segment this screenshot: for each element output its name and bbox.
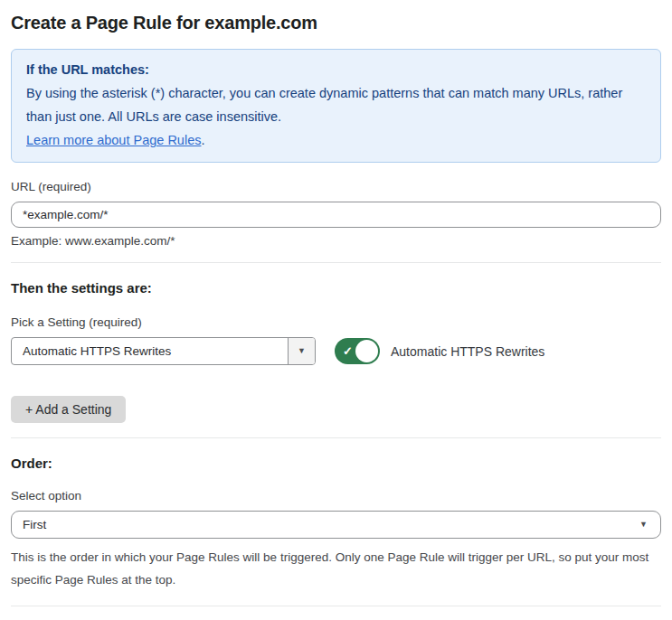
divider: [11, 606, 661, 606]
setting-toggle[interactable]: ✓: [335, 338, 380, 364]
url-example-helper: Example: www.example.com/*: [11, 234, 661, 248]
url-input[interactable]: [11, 202, 661, 228]
toggle-knob: [355, 340, 378, 362]
info-box-link-line: Learn more about Page Rules.: [26, 128, 646, 152]
setting-toggle-label: Automatic HTTPS Rewrites: [391, 344, 544, 359]
url-label: URL (required): [11, 180, 661, 193]
order-select[interactable]: First ▼: [11, 511, 661, 539]
setting-row: Automatic HTTPS Rewrites ▼ ✓ Automatic H…: [11, 337, 661, 365]
chevron-down-icon: ▼: [639, 521, 648, 529]
divider: [11, 437, 661, 438]
create-page-rule-form: Create a Page Rule for example.com If th…: [0, 13, 672, 620]
info-box-body: By using the asterisk (*) character, you…: [26, 81, 646, 128]
pick-setting-label: Pick a Setting (required): [11, 315, 661, 329]
order-section-heading: Order:: [11, 456, 661, 471]
url-match-info-box: If the URL matches: By using the asteris…: [11, 49, 661, 163]
settings-section-heading: Then the settings are:: [11, 280, 661, 296]
setting-select-value: Automatic HTTPS Rewrites: [12, 344, 288, 358]
page-title: Create a Page Rule for example.com: [11, 13, 661, 33]
setting-select[interactable]: Automatic HTTPS Rewrites ▼: [11, 337, 316, 365]
order-select-value: First: [23, 518, 46, 531]
info-box-heading: If the URL matches:: [26, 58, 646, 81]
order-help-text: This is the order in which your Page Rul…: [11, 546, 661, 591]
add-setting-button[interactable]: + Add a Setting: [11, 396, 126, 423]
check-icon: ✓: [343, 344, 353, 358]
divider: [11, 262, 661, 263]
learn-more-page-rules-link[interactable]: Learn more about Page Rules: [26, 133, 201, 147]
order-select-label: Select option: [11, 489, 661, 503]
link-period: .: [201, 133, 204, 147]
chevron-down-icon[interactable]: ▼: [288, 338, 315, 364]
